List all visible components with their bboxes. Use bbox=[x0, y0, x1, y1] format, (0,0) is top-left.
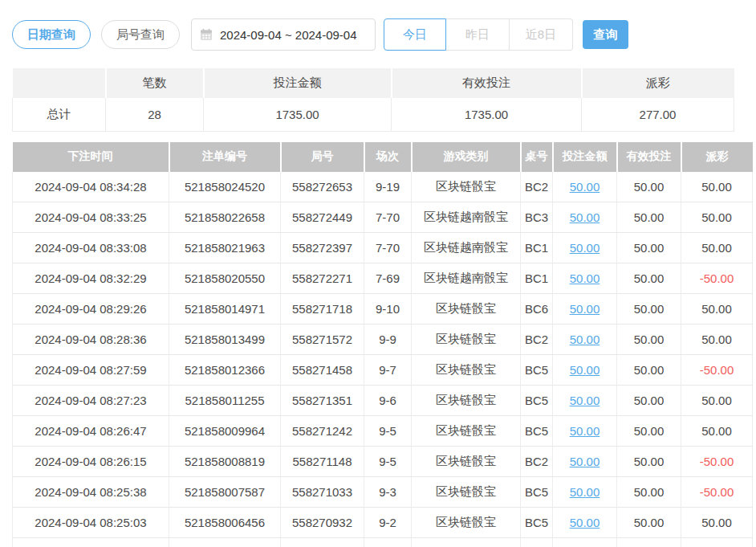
last-8-days-button[interactable]: 近8日 bbox=[510, 18, 573, 51]
cell-bet-id: 521858006456 bbox=[169, 508, 281, 538]
cell-time: 2024-09-04 08:27:59 bbox=[13, 355, 169, 386]
summary-total-bet-amount: 1735.00 bbox=[204, 98, 392, 131]
cell-game: 区块链越南骰宝 bbox=[412, 202, 521, 233]
bet-amount-link[interactable]: 50.00 bbox=[570, 363, 600, 377]
bet-amount-link[interactable]: 50.00 bbox=[570, 210, 600, 224]
cell-valid: 50.00 bbox=[617, 477, 681, 508]
cell-time: 2024-09-04 08:29:26 bbox=[13, 294, 169, 325]
cell-game: 区块链越南骰宝 bbox=[412, 233, 521, 263]
cell-valid: 50.00 bbox=[617, 355, 681, 386]
date-query-tab-button[interactable]: 日期查询 bbox=[12, 20, 91, 49]
table-row: 2024-09-04 08:29:26521858014971558271718… bbox=[13, 294, 753, 325]
cell-bet-id: 521858009964 bbox=[169, 416, 281, 447]
cell-table-no: BC5 bbox=[521, 508, 553, 538]
cell-bet: 50.00 bbox=[553, 325, 617, 355]
cell-valid: 50.00 bbox=[617, 202, 681, 233]
bet-amount-link[interactable]: 50.00 bbox=[570, 394, 600, 407]
cell-valid: 50.00 bbox=[617, 447, 681, 477]
cell-valid: 50.00 bbox=[617, 386, 681, 416]
date-range-input[interactable]: 2024-09-04 ~ 2024-09-04 bbox=[191, 18, 376, 51]
bet-amount-link[interactable]: 50.00 bbox=[570, 271, 600, 285]
cell-game: 区块链骰宝 bbox=[412, 325, 521, 355]
summary-table: 笔数 投注金额 有效投注 派彩 总计 28 1735.00 1735.00 27… bbox=[12, 68, 734, 132]
cell-bet-id: 521858012366 bbox=[169, 355, 281, 386]
cell-session: 9-3 bbox=[364, 477, 412, 508]
cell-bet: 50.00 bbox=[553, 294, 617, 325]
cell-round-id: 558271718 bbox=[281, 294, 364, 325]
round-query-tab-button[interactable]: 局号查询 bbox=[101, 20, 180, 49]
cell-bet-id: 521858021963 bbox=[169, 233, 281, 263]
cell-game: 区块链越南骰宝 bbox=[412, 263, 521, 294]
cell-game: 区块链骰宝 bbox=[412, 508, 521, 538]
summary-header-count: 笔数 bbox=[106, 68, 204, 98]
cell-time: 2024-09-04 08:27:23 bbox=[13, 386, 169, 416]
header-bet-amount: 投注金额 bbox=[553, 142, 617, 172]
cell-game: 区块链骰宝 bbox=[412, 294, 521, 325]
date-range-value: 2024-09-04 ~ 2024-09-04 bbox=[220, 28, 357, 42]
summary-header-bet-amount: 投注金额 bbox=[204, 68, 392, 98]
cell-game: 区块链骰宝 bbox=[412, 416, 521, 447]
cell-game: 区块链骰宝 bbox=[412, 447, 521, 477]
cell-bet: 50.00 bbox=[553, 263, 617, 294]
table-row: 2024-09-04 08:32:29521858020550558272271… bbox=[13, 263, 753, 294]
cell-round-id: 558272271 bbox=[281, 263, 364, 294]
bet-table-body: 2024-09-04 08:34:28521858024520558272653… bbox=[13, 172, 753, 547]
cell-table-no: BC2 bbox=[521, 447, 553, 477]
cell-table-no: BC2 bbox=[521, 325, 553, 355]
cell-session: 9-5 bbox=[364, 447, 412, 477]
cell-bet: 50.00 bbox=[553, 172, 617, 202]
yesterday-button[interactable]: 昨日 bbox=[446, 18, 510, 51]
today-button[interactable]: 今日 bbox=[384, 18, 446, 51]
bet-amount-link[interactable]: 50.00 bbox=[570, 333, 600, 346]
cell-empty bbox=[169, 538, 281, 547]
table-row: 2024-09-04 08:28:36521858013499558271572… bbox=[13, 325, 753, 355]
calendar-icon bbox=[200, 28, 213, 41]
header-session: 场次 bbox=[364, 142, 412, 172]
cell-round-id: 558270932 bbox=[281, 508, 364, 538]
cell-time: 2024-09-04 08:32:29 bbox=[13, 263, 169, 294]
summary-total-row: 总计 28 1735.00 1735.00 277.00 bbox=[13, 98, 734, 131]
table-row-partial bbox=[13, 538, 753, 547]
bet-amount-link[interactable]: 50.00 bbox=[570, 424, 600, 438]
cell-valid: 50.00 bbox=[617, 294, 681, 325]
table-row: 2024-09-04 08:26:15521858008819558271148… bbox=[13, 447, 753, 477]
cell-table-no: BC1 bbox=[521, 233, 553, 263]
cell-round-id: 558272397 bbox=[281, 233, 364, 263]
cell-payout: 50.00 bbox=[681, 202, 753, 233]
cell-empty bbox=[521, 538, 553, 547]
cell-valid: 50.00 bbox=[617, 508, 681, 538]
cell-time: 2024-09-04 08:26:15 bbox=[13, 447, 169, 477]
table-row: 2024-09-04 08:34:28521858024520558272653… bbox=[13, 172, 753, 202]
cell-valid: 50.00 bbox=[617, 172, 681, 202]
cell-session: 7-69 bbox=[364, 263, 412, 294]
header-valid-bet: 有效投注 bbox=[617, 142, 681, 172]
cell-table-no: BC2 bbox=[521, 172, 553, 202]
cell-bet-id: 521858011255 bbox=[169, 386, 281, 416]
summary-total-payout: 277.00 bbox=[582, 98, 734, 131]
cell-round-id: 558272653 bbox=[281, 172, 364, 202]
table-row: 2024-09-04 08:27:59521858012366558271458… bbox=[13, 355, 753, 386]
bet-amount-link[interactable]: 50.00 bbox=[570, 455, 600, 468]
bet-amount-link[interactable]: 50.00 bbox=[570, 516, 600, 529]
bet-amount-link[interactable]: 50.00 bbox=[570, 180, 600, 194]
cell-table-no: BC5 bbox=[521, 355, 553, 386]
cell-payout: 50.00 bbox=[681, 294, 753, 325]
header-game-type: 游戏类别 bbox=[412, 142, 521, 172]
bet-amount-link[interactable]: 50.00 bbox=[570, 485, 600, 499]
cell-empty bbox=[681, 538, 753, 547]
cell-bet-id: 521858022658 bbox=[169, 202, 281, 233]
header-round-id: 局号 bbox=[281, 142, 364, 172]
cell-session: 7-70 bbox=[364, 233, 412, 263]
summary-header-valid-bet: 有效投注 bbox=[392, 68, 582, 98]
cell-session: 9-19 bbox=[364, 172, 412, 202]
cell-time: 2024-09-04 08:28:36 bbox=[13, 325, 169, 355]
cell-empty bbox=[553, 538, 617, 547]
cell-session: 9-7 bbox=[364, 355, 412, 386]
bet-records-table: 下注时间 注单编号 局号 场次 游戏类别 桌号 投注金额 有效投注 派彩 202… bbox=[12, 142, 753, 547]
search-button[interactable]: 查询 bbox=[583, 20, 628, 49]
cell-game: 区块链骰宝 bbox=[412, 386, 521, 416]
bet-amount-link[interactable]: 50.00 bbox=[570, 302, 600, 316]
bet-amount-link[interactable]: 50.00 bbox=[570, 241, 600, 255]
cell-bet: 50.00 bbox=[553, 202, 617, 233]
cell-time: 2024-09-04 08:34:28 bbox=[13, 172, 169, 202]
